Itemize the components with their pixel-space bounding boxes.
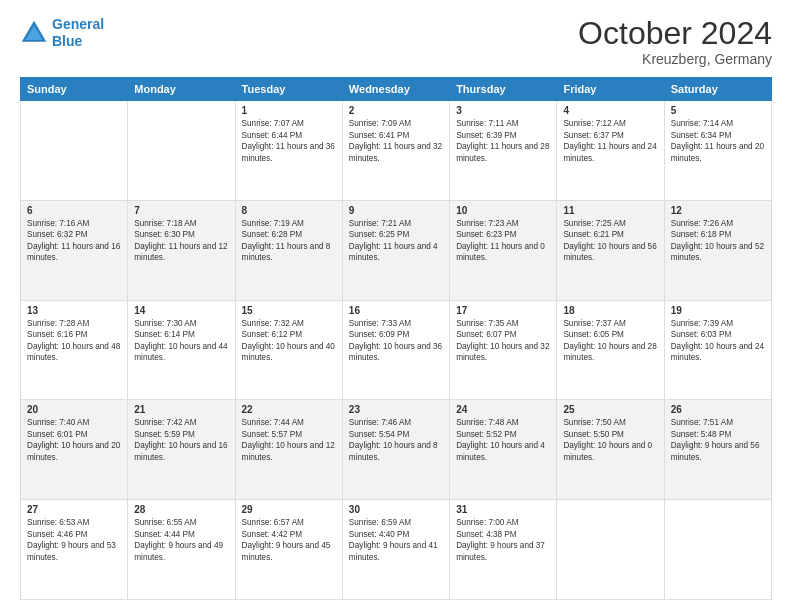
cell-w2-d7: 12Sunrise: 7:26 AMSunset: 6:18 PMDayligh… <box>664 200 771 300</box>
week-row-5: 27Sunrise: 6:53 AMSunset: 4:46 PMDayligh… <box>21 500 772 600</box>
cell-w1-d2 <box>128 101 235 201</box>
header-row: Sunday Monday Tuesday Wednesday Thursday… <box>21 78 772 101</box>
day-number: 29 <box>242 504 336 515</box>
day-number: 28 <box>134 504 228 515</box>
col-thursday: Thursday <box>450 78 557 101</box>
day-number: 12 <box>671 205 765 216</box>
cell-info: Sunrise: 7:35 AMSunset: 6:07 PMDaylight:… <box>456 318 550 364</box>
logo-text: General Blue <box>52 16 104 50</box>
cell-info: Sunrise: 7:48 AMSunset: 5:52 PMDaylight:… <box>456 417 550 463</box>
day-number: 11 <box>563 205 657 216</box>
day-number: 4 <box>563 105 657 116</box>
cell-w5-d6 <box>557 500 664 600</box>
day-number: 19 <box>671 305 765 316</box>
cell-info: Sunrise: 7:19 AMSunset: 6:28 PMDaylight:… <box>242 218 336 264</box>
cell-info: Sunrise: 7:46 AMSunset: 5:54 PMDaylight:… <box>349 417 443 463</box>
cell-w1-d5: 3Sunrise: 7:11 AMSunset: 6:39 PMDaylight… <box>450 101 557 201</box>
day-number: 26 <box>671 404 765 415</box>
cell-info: Sunrise: 7:33 AMSunset: 6:09 PMDaylight:… <box>349 318 443 364</box>
cell-w3-d2: 14Sunrise: 7:30 AMSunset: 6:14 PMDayligh… <box>128 300 235 400</box>
cell-info: Sunrise: 7:32 AMSunset: 6:12 PMDaylight:… <box>242 318 336 364</box>
day-number: 14 <box>134 305 228 316</box>
day-number: 15 <box>242 305 336 316</box>
cell-w4-d4: 23Sunrise: 7:46 AMSunset: 5:54 PMDayligh… <box>342 400 449 500</box>
cell-w3-d1: 13Sunrise: 7:28 AMSunset: 6:16 PMDayligh… <box>21 300 128 400</box>
day-number: 13 <box>27 305 121 316</box>
calendar-title: October 2024 <box>578 16 772 51</box>
week-row-4: 20Sunrise: 7:40 AMSunset: 6:01 PMDayligh… <box>21 400 772 500</box>
cell-info: Sunrise: 7:42 AMSunset: 5:59 PMDaylight:… <box>134 417 228 463</box>
cell-w2-d4: 9Sunrise: 7:21 AMSunset: 6:25 PMDaylight… <box>342 200 449 300</box>
cell-w2-d2: 7Sunrise: 7:18 AMSunset: 6:30 PMDaylight… <box>128 200 235 300</box>
week-row-2: 6Sunrise: 7:16 AMSunset: 6:32 PMDaylight… <box>21 200 772 300</box>
cell-info: Sunrise: 7:28 AMSunset: 6:16 PMDaylight:… <box>27 318 121 364</box>
cell-info: Sunrise: 7:30 AMSunset: 6:14 PMDaylight:… <box>134 318 228 364</box>
day-number: 24 <box>456 404 550 415</box>
cell-info: Sunrise: 7:26 AMSunset: 6:18 PMDaylight:… <box>671 218 765 264</box>
cell-info: Sunrise: 7:21 AMSunset: 6:25 PMDaylight:… <box>349 218 443 264</box>
cell-info: Sunrise: 7:09 AMSunset: 6:41 PMDaylight:… <box>349 118 443 164</box>
cell-info: Sunrise: 7:14 AMSunset: 6:34 PMDaylight:… <box>671 118 765 164</box>
week-row-1: 1Sunrise: 7:07 AMSunset: 6:44 PMDaylight… <box>21 101 772 201</box>
cell-w3-d6: 18Sunrise: 7:37 AMSunset: 6:05 PMDayligh… <box>557 300 664 400</box>
cell-w4-d1: 20Sunrise: 7:40 AMSunset: 6:01 PMDayligh… <box>21 400 128 500</box>
cell-w2-d5: 10Sunrise: 7:23 AMSunset: 6:23 PMDayligh… <box>450 200 557 300</box>
cell-w1-d1 <box>21 101 128 201</box>
cell-w5-d1: 27Sunrise: 6:53 AMSunset: 4:46 PMDayligh… <box>21 500 128 600</box>
page: General Blue October 2024 Kreuzberg, Ger… <box>0 0 792 612</box>
cell-info: Sunrise: 7:23 AMSunset: 6:23 PMDaylight:… <box>456 218 550 264</box>
col-wednesday: Wednesday <box>342 78 449 101</box>
cell-info: Sunrise: 7:37 AMSunset: 6:05 PMDaylight:… <box>563 318 657 364</box>
cell-w5-d4: 30Sunrise: 6:59 AMSunset: 4:40 PMDayligh… <box>342 500 449 600</box>
cell-w3-d5: 17Sunrise: 7:35 AMSunset: 6:07 PMDayligh… <box>450 300 557 400</box>
day-number: 3 <box>456 105 550 116</box>
cell-w3-d3: 15Sunrise: 7:32 AMSunset: 6:12 PMDayligh… <box>235 300 342 400</box>
cell-w2-d1: 6Sunrise: 7:16 AMSunset: 6:32 PMDaylight… <box>21 200 128 300</box>
calendar-subtitle: Kreuzberg, Germany <box>578 51 772 67</box>
title-block: October 2024 Kreuzberg, Germany <box>578 16 772 67</box>
cell-w5-d5: 31Sunrise: 7:00 AMSunset: 4:38 PMDayligh… <box>450 500 557 600</box>
cell-w4-d5: 24Sunrise: 7:48 AMSunset: 5:52 PMDayligh… <box>450 400 557 500</box>
cell-w4-d3: 22Sunrise: 7:44 AMSunset: 5:57 PMDayligh… <box>235 400 342 500</box>
col-saturday: Saturday <box>664 78 771 101</box>
day-number: 23 <box>349 404 443 415</box>
day-number: 8 <box>242 205 336 216</box>
cell-w3-d7: 19Sunrise: 7:39 AMSunset: 6:03 PMDayligh… <box>664 300 771 400</box>
day-number: 22 <box>242 404 336 415</box>
logo: General Blue <box>20 16 104 50</box>
cell-w3-d4: 16Sunrise: 7:33 AMSunset: 6:09 PMDayligh… <box>342 300 449 400</box>
col-friday: Friday <box>557 78 664 101</box>
cell-w1-d6: 4Sunrise: 7:12 AMSunset: 6:37 PMDaylight… <box>557 101 664 201</box>
col-tuesday: Tuesday <box>235 78 342 101</box>
day-number: 25 <box>563 404 657 415</box>
day-number: 5 <box>671 105 765 116</box>
cell-info: Sunrise: 7:07 AMSunset: 6:44 PMDaylight:… <box>242 118 336 164</box>
logo-icon <box>20 19 48 47</box>
cell-info: Sunrise: 6:53 AMSunset: 4:46 PMDaylight:… <box>27 517 121 563</box>
cell-info: Sunrise: 7:00 AMSunset: 4:38 PMDaylight:… <box>456 517 550 563</box>
week-row-3: 13Sunrise: 7:28 AMSunset: 6:16 PMDayligh… <box>21 300 772 400</box>
day-number: 30 <box>349 504 443 515</box>
cell-w1-d4: 2Sunrise: 7:09 AMSunset: 6:41 PMDaylight… <box>342 101 449 201</box>
day-number: 1 <box>242 105 336 116</box>
day-number: 17 <box>456 305 550 316</box>
day-number: 27 <box>27 504 121 515</box>
day-number: 10 <box>456 205 550 216</box>
cell-info: Sunrise: 6:55 AMSunset: 4:44 PMDaylight:… <box>134 517 228 563</box>
cell-w4-d2: 21Sunrise: 7:42 AMSunset: 5:59 PMDayligh… <box>128 400 235 500</box>
cell-w1-d7: 5Sunrise: 7:14 AMSunset: 6:34 PMDaylight… <box>664 101 771 201</box>
day-number: 7 <box>134 205 228 216</box>
cell-w4-d7: 26Sunrise: 7:51 AMSunset: 5:48 PMDayligh… <box>664 400 771 500</box>
day-number: 16 <box>349 305 443 316</box>
day-number: 20 <box>27 404 121 415</box>
cell-w2-d3: 8Sunrise: 7:19 AMSunset: 6:28 PMDaylight… <box>235 200 342 300</box>
cell-info: Sunrise: 7:11 AMSunset: 6:39 PMDaylight:… <box>456 118 550 164</box>
calendar-body: 1Sunrise: 7:07 AMSunset: 6:44 PMDaylight… <box>21 101 772 600</box>
cell-w4-d6: 25Sunrise: 7:50 AMSunset: 5:50 PMDayligh… <box>557 400 664 500</box>
cell-info: Sunrise: 7:40 AMSunset: 6:01 PMDaylight:… <box>27 417 121 463</box>
cell-info: Sunrise: 7:51 AMSunset: 5:48 PMDaylight:… <box>671 417 765 463</box>
cell-info: Sunrise: 7:18 AMSunset: 6:30 PMDaylight:… <box>134 218 228 264</box>
col-sunday: Sunday <box>21 78 128 101</box>
cell-info: Sunrise: 7:25 AMSunset: 6:21 PMDaylight:… <box>563 218 657 264</box>
cell-w5-d3: 29Sunrise: 6:57 AMSunset: 4:42 PMDayligh… <box>235 500 342 600</box>
